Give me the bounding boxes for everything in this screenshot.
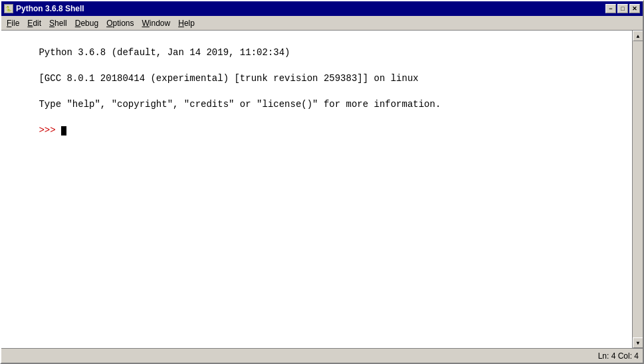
scrollbar-track[interactable] [633, 41, 643, 337]
shell-area: Python 3.6.8 (default, Jan 14 2019, 11:0… [1, 31, 643, 348]
shell-output[interactable]: Python 3.6.8 (default, Jan 14 2019, 11:0… [1, 31, 632, 348]
menu-window[interactable]: Window [138, 17, 175, 29]
main-window: 🐍 Python 3.6.8 Shell − □ ✕ File Edit She… [0, 0, 644, 364]
status-bar: Ln: 4 Col: 4 [1, 348, 643, 363]
shell-line1: Python 3.6.8 (default, Jan 14 2019, 11:0… [39, 47, 290, 58]
menu-edit[interactable]: Edit [23, 17, 45, 29]
title-bar: 🐍 Python 3.6.8 Shell − □ ✕ [1, 1, 643, 16]
menu-help[interactable]: Help [174, 17, 199, 29]
status-text: Ln: 4 Col: 4 [598, 351, 639, 361]
shell-line2: [GCC 8.0.1 20180414 (experimental) [trun… [39, 73, 418, 84]
menu-file[interactable]: File [3, 17, 23, 29]
menu-debug[interactable]: Debug [71, 17, 102, 29]
scroll-down-button[interactable]: ▼ [633, 337, 643, 348]
menu-shell[interactable]: Shell [45, 17, 71, 29]
shell-prompt: >>> [39, 125, 61, 136]
maximize-button[interactable]: □ [617, 4, 628, 13]
cursor [61, 126, 66, 136]
shell-line3: Type "help", "copyright", "credits" or "… [39, 99, 441, 110]
title-bar-buttons: − □ ✕ [605, 4, 640, 13]
title-bar-left: 🐍 Python 3.6.8 Shell [4, 4, 84, 13]
minimize-button[interactable]: − [605, 4, 616, 13]
window-icon: 🐍 [4, 4, 13, 13]
window-title: Python 3.6.8 Shell [16, 4, 84, 13]
menu-options[interactable]: Options [102, 17, 138, 29]
close-button[interactable]: ✕ [629, 4, 640, 13]
scroll-up-button[interactable]: ▲ [633, 31, 643, 41]
menu-bar: File Edit Shell Debug Options Window Hel… [1, 16, 643, 31]
scrollbar-vertical: ▲ ▼ [632, 31, 643, 348]
